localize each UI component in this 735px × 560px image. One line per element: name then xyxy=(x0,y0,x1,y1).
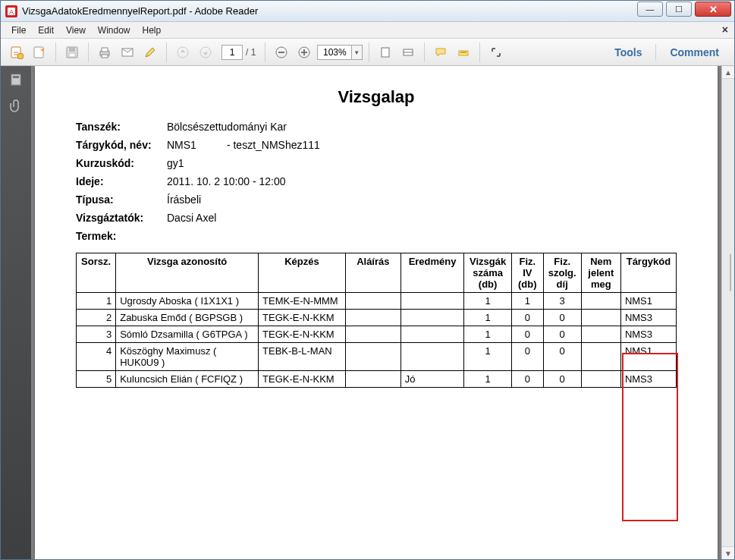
menubar-close-button[interactable]: × xyxy=(722,24,728,36)
label-termek: Termek: xyxy=(76,230,167,242)
cell-kepzes: TEGK-E-N-KKM xyxy=(259,326,346,343)
zoom-out-button[interactable] xyxy=(272,42,291,62)
cell-kepzes: TEMK-E-N-MMM xyxy=(259,293,346,310)
print-button[interactable] xyxy=(95,42,115,62)
toolbar: / 1 ▾ Tools Com xyxy=(1,39,734,66)
svg-point-4 xyxy=(17,53,24,59)
value-kurzuskod: gy1 xyxy=(167,157,677,169)
vertical-scrollbar[interactable]: ▲ ▼ xyxy=(721,66,734,559)
create-pdf-icon xyxy=(33,46,46,59)
menu-edit[interactable]: Edit xyxy=(32,24,60,37)
minimize-button[interactable]: — xyxy=(637,2,663,17)
svg-rect-24 xyxy=(13,76,19,78)
export-pdf-button[interactable] xyxy=(7,42,27,62)
cell-fiziv: 0 xyxy=(511,343,543,371)
cell-fizszolg: 3 xyxy=(543,293,581,310)
paperclip-icon xyxy=(9,99,23,112)
cell-sorsz: 4 xyxy=(77,343,116,371)
email-button[interactable] xyxy=(118,42,137,62)
page-up-button[interactable] xyxy=(173,42,193,62)
cell-alairas xyxy=(345,371,400,388)
floppy-icon xyxy=(65,46,79,59)
cell-azon: Sómló Dzsamilla ( G6TPGA ) xyxy=(116,326,259,343)
read-mode-button[interactable] xyxy=(486,42,506,62)
menu-help[interactable]: Help xyxy=(137,24,168,37)
scroll-down-icon[interactable]: ▼ xyxy=(722,546,734,559)
cell-azon: Zabuska Emőd ( BGPSGB ) xyxy=(116,310,259,326)
menu-view[interactable]: View xyxy=(60,24,92,37)
fit-page-icon xyxy=(379,46,391,58)
page-current-input[interactable] xyxy=(221,45,243,60)
thumbnails-panel-button[interactable] xyxy=(7,71,25,89)
highlight-button[interactable] xyxy=(454,42,473,62)
cell-alairas xyxy=(345,293,400,310)
document-viewer[interactable]: Vizsgalap Tanszék:Bölcsészettudományi Ka… xyxy=(31,66,721,559)
cell-nemjelent xyxy=(581,326,620,343)
pen-icon xyxy=(143,46,157,59)
zoom-input[interactable] xyxy=(317,45,352,60)
save-button[interactable] xyxy=(62,42,82,62)
svg-rect-16 xyxy=(278,52,284,53)
svg-rect-11 xyxy=(102,55,108,58)
menu-file[interactable]: File xyxy=(5,24,32,37)
fit-page-button[interactable] xyxy=(375,42,395,62)
cell-alairas xyxy=(345,326,400,343)
table-row: 5Kuluncsich Elián ( FCFIQZ )TEGK-E-N-KKM… xyxy=(77,371,677,388)
comment-panel-toggle[interactable]: Comment xyxy=(661,46,728,58)
value-tipusa: Írásbeli xyxy=(167,193,677,206)
cell-azon: Köszöghy Maximusz ( HUK0U9 ) xyxy=(116,343,259,371)
cell-eredmeny: Jó xyxy=(400,371,463,388)
svg-rect-10 xyxy=(102,48,108,52)
value-ideje: 2011. 10. 2 10:00 - 12:00 xyxy=(167,175,677,187)
pdf-page: Vizsgalap Tanszék:Bölcsészettudományi Ka… xyxy=(35,66,718,559)
speech-bubble-icon xyxy=(435,46,447,58)
app-icon: A xyxy=(5,5,17,17)
cell-kepzes: TEGK-E-N-KKM xyxy=(259,371,346,388)
label-kurzuskod: Kurzuskód: xyxy=(76,157,167,169)
zoom-dropdown[interactable]: ▾ xyxy=(352,45,363,60)
content-area: Vizsgalap Tanszék:Bölcsészettudományi Ka… xyxy=(1,66,734,559)
cell-fiziv: 0 xyxy=(511,310,543,326)
cell-eredmeny xyxy=(400,326,463,343)
tools-panel-toggle[interactable]: Tools xyxy=(605,46,651,58)
cell-eredmeny xyxy=(400,310,463,326)
plus-icon xyxy=(298,46,310,58)
arrow-down-icon xyxy=(199,46,212,58)
svg-rect-19 xyxy=(303,49,305,55)
minimize-icon: — xyxy=(646,5,655,14)
attachments-panel-button[interactable] xyxy=(7,96,25,115)
printer-icon xyxy=(98,46,112,59)
cell-nemjelent xyxy=(581,343,620,371)
menu-bar: File Edit View Window Help × xyxy=(1,22,734,39)
sign-button[interactable] xyxy=(140,42,160,62)
window-title: VizsgaAdatokEredmennyelReport.pdf - Adob… xyxy=(22,5,637,17)
page-down-button[interactable] xyxy=(196,42,215,62)
cell-sorsz: 5 xyxy=(77,371,116,388)
value-termek xyxy=(167,230,677,242)
table-row: 2Zabuska Emőd ( BGPSGB )TEGK-E-N-KKM100N… xyxy=(77,310,677,326)
scroll-up-icon[interactable]: ▲ xyxy=(722,66,734,79)
expand-icon xyxy=(490,46,502,58)
cell-vizsgak: 1 xyxy=(464,326,512,343)
comment-button[interactable] xyxy=(431,42,451,62)
scroll-thumb[interactable] xyxy=(730,253,731,291)
value-targynev: - teszt_NMShez111 xyxy=(227,139,320,151)
maximize-button[interactable]: ☐ xyxy=(666,2,692,17)
close-button[interactable]: ✕ xyxy=(695,2,731,17)
label-ideje: Ideje: xyxy=(76,175,167,187)
cell-alairas xyxy=(345,343,400,371)
create-pdf-button[interactable] xyxy=(30,42,49,62)
cell-kepzes: TEBK-B-L-MAN xyxy=(259,343,346,371)
zoom-in-button[interactable] xyxy=(294,42,314,62)
cell-azon: Kuluncsich Elián ( FCFIQZ ) xyxy=(116,371,259,388)
cell-targykod: NMS3 xyxy=(620,310,676,326)
minus-icon xyxy=(275,46,287,58)
doc-title: Vizsgalap xyxy=(76,87,677,107)
highlight-icon xyxy=(457,46,470,58)
label-vizsgaztatok: Vizsgáztatók: xyxy=(76,212,167,224)
page-indicator: / 1 xyxy=(221,45,256,60)
table-row: 4Köszöghy Maximusz ( HUK0U9 )TEBK-B-L-MA… xyxy=(77,343,677,371)
fit-width-button[interactable] xyxy=(398,42,418,62)
label-tipusa: Típusa: xyxy=(76,193,167,206)
menu-window[interactable]: Window xyxy=(92,24,137,37)
